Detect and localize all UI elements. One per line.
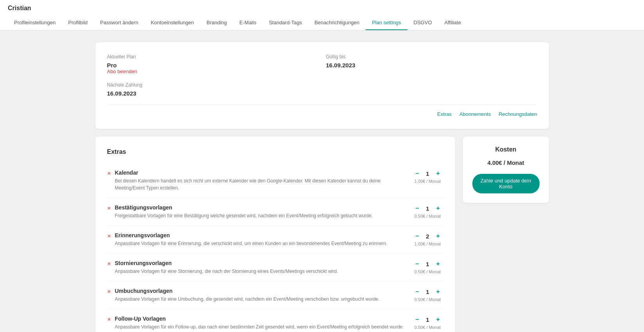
valid-until-value: 16.09.2023 xyxy=(326,62,537,69)
nav-tab-notifications[interactable]: Benachrichtigungen xyxy=(308,16,366,30)
extra-controls: − 1 + 0.50€ / Monat xyxy=(412,316,443,330)
extras-link[interactable]: Extras xyxy=(437,111,452,117)
cancel-subscription-link[interactable]: Abo beenden xyxy=(107,69,318,74)
extra-description: Bei diesen Kalendern handelt es sich nic… xyxy=(115,177,408,191)
nav-tab-branding[interactable]: Branding xyxy=(200,16,233,30)
stepper-plus-button[interactable]: + xyxy=(435,316,441,323)
valid-until-label: Gültig bis xyxy=(326,54,537,60)
extra-text: Kalendar Bei diesen Kalendern handelt es… xyxy=(115,170,408,191)
next-payment-label: Nächste Zahlung xyxy=(107,82,318,88)
extra-item-2: ✕ Erinnerungsvorlagen Anpassbare Vorlage… xyxy=(107,226,443,254)
extra-controls: − 1 + 0.50€ / Monat xyxy=(412,288,443,302)
extra-controls: − 1 + 0.50€ / Monat xyxy=(412,260,443,274)
stepper-value: 1 xyxy=(424,289,432,295)
extra-stepper: − 1 + xyxy=(414,170,441,177)
extra-name: Erinnerungsvorlagen xyxy=(115,232,408,238)
stepper-plus-button[interactable]: + xyxy=(435,204,441,212)
extra-controls: − 1 + 0.50€ / Monat xyxy=(412,204,443,218)
plan-actions: Extras Abonnements Rechnungsdaten xyxy=(107,105,537,117)
stepper-plus-button[interactable]: + xyxy=(435,288,441,296)
extra-price: 0.50€ / Monat xyxy=(414,214,441,218)
stepper-plus-button[interactable]: + xyxy=(435,232,441,240)
subscriptions-link[interactable]: Abonnements xyxy=(459,111,491,117)
extra-name: Stornierungsvorlagen xyxy=(115,260,408,266)
extras-card: Extras ✕ Kalendar Bei diesen Kalendern h… xyxy=(95,137,455,332)
extra-controls: − 2 + 1.00€ / Monat xyxy=(412,232,443,246)
extra-stepper: − 2 + xyxy=(414,232,441,240)
stepper-value: 1 xyxy=(424,205,432,212)
extra-name: Kalendar xyxy=(115,170,408,176)
extra-name: Bestätigungsvorlagen xyxy=(115,204,408,211)
current-plan-label: Aktueller Plan xyxy=(107,54,318,60)
extra-description: Freigestaltbare Vorlagen für eine Bestät… xyxy=(115,212,408,219)
extra-controls: − 1 + 1.00€ / Monat xyxy=(412,170,443,184)
extra-stepper: − 1 + xyxy=(414,316,441,323)
stepper-minus-button[interactable]: − xyxy=(414,232,420,240)
extra-description: Anpassbare Vorlagen für eine Stornierung… xyxy=(115,268,408,275)
extra-name: Follow-Up Vorlagen xyxy=(115,316,408,322)
stepper-plus-button[interactable]: + xyxy=(435,170,441,177)
extra-text: Bestätigungsvorlagen Freigestaltbare Vor… xyxy=(115,204,408,219)
nav-tab-plan[interactable]: Plan settings xyxy=(366,16,407,30)
stepper-minus-button[interactable]: − xyxy=(414,260,420,268)
extra-description: Anpassbare Vorlagen für eine Erinnerung,… xyxy=(115,240,408,247)
extra-text: Follow-Up Vorlagen Anpassbare Vorlagen f… xyxy=(115,316,408,330)
stepper-value: 1 xyxy=(424,170,432,177)
extra-item-4: ✕ Umbuchungsvorlagen Anpassbare Vorlagen… xyxy=(107,281,443,309)
cost-amount: 4.00€ / Monat xyxy=(472,159,540,166)
plan-card: Aktueller Plan Pro Abo beenden Gültig bi… xyxy=(95,42,549,129)
extra-error-icon: ✕ xyxy=(107,317,111,322)
cost-title: Kosten xyxy=(472,146,540,153)
extra-description: Anpassbare Vorlagen für ein Follow-up, d… xyxy=(115,323,408,330)
nav-tab-affiliate[interactable]: Affiliate xyxy=(438,16,467,30)
stepper-minus-button[interactable]: − xyxy=(414,316,420,323)
nav-tabs: ProfileinstellungenProfilbildPasswort än… xyxy=(8,16,636,30)
extra-stepper: − 1 + xyxy=(414,204,441,212)
extras-title: Extras xyxy=(107,148,443,155)
extra-stepper: − 1 + xyxy=(414,288,441,296)
pay-button[interactable]: Zahle und update dein Konto xyxy=(472,174,540,193)
nav-tab-avatar[interactable]: Profilbild xyxy=(62,16,94,30)
nav-tab-emails[interactable]: E-Mails xyxy=(233,16,262,30)
stepper-value: 1 xyxy=(424,261,432,267)
stepper-minus-button[interactable]: − xyxy=(414,170,420,177)
nav-tab-dsgvo[interactable]: DSGVO xyxy=(407,16,438,30)
extra-item-0: ✕ Kalendar Bei diesen Kalendern handelt … xyxy=(107,163,443,198)
extra-item-3: ✕ Stornierungsvorlagen Anpassbare Vorlag… xyxy=(107,254,443,281)
nav-tab-profile[interactable]: Profileinstellungen xyxy=(8,16,62,30)
extra-error-icon: ✕ xyxy=(107,261,111,267)
main-grid: Extras ✕ Kalendar Bei diesen Kalendern h… xyxy=(95,137,549,332)
nav-tab-password[interactable]: Passwort ändern xyxy=(94,16,145,30)
extra-name: Umbuchungsvorlagen xyxy=(115,288,408,294)
extra-price: 0.50€ / Monat xyxy=(414,269,441,274)
app-title: Cristian xyxy=(8,5,636,16)
extra-error-icon: ✕ xyxy=(107,289,111,294)
nav-tab-account[interactable]: Kontoeinstellungen xyxy=(145,16,201,30)
extra-price: 1.00€ / Monat xyxy=(414,242,441,246)
extra-description: Anpassbare Vorlagen für eine Umbuchung, … xyxy=(115,296,408,303)
extra-stepper: − 1 + xyxy=(414,260,441,268)
extra-error-icon: ✕ xyxy=(107,206,111,211)
billing-link[interactable]: Rechnungsdaten xyxy=(499,111,537,117)
extra-price: 1.00€ / Monat xyxy=(414,179,441,184)
extra-item-5: ✕ Follow-Up Vorlagen Anpassbare Vorlagen… xyxy=(107,309,443,332)
stepper-value: 2 xyxy=(424,233,432,240)
extra-error-icon: ✕ xyxy=(107,171,111,176)
stepper-plus-button[interactable]: + xyxy=(435,260,441,268)
extra-price: 0.50€ / Monat xyxy=(414,325,441,330)
extra-price: 0.50€ / Monat xyxy=(414,297,441,302)
nav-tab-tags[interactable]: Standard-Tags xyxy=(263,16,309,30)
extra-item-1: ✕ Bestätigungsvorlagen Freigestaltbare V… xyxy=(107,198,443,226)
extra-error-icon: ✕ xyxy=(107,233,111,239)
extra-text: Erinnerungsvorlagen Anpassbare Vorlagen … xyxy=(115,232,408,247)
stepper-minus-button[interactable]: − xyxy=(414,288,420,296)
extra-text: Stornierungsvorlagen Anpassbare Vorlagen… xyxy=(115,260,408,275)
extra-text: Umbuchungsvorlagen Anpassbare Vorlagen f… xyxy=(115,288,408,303)
extras-list: ✕ Kalendar Bei diesen Kalendern handelt … xyxy=(107,163,443,332)
next-payment-value: 16.09.2023 xyxy=(107,90,318,97)
stepper-value: 1 xyxy=(424,316,432,323)
cost-card: Kosten 4.00€ / Monat Zahle und update de… xyxy=(463,137,549,203)
plan-name: Pro xyxy=(107,62,318,69)
stepper-minus-button[interactable]: − xyxy=(414,204,420,212)
